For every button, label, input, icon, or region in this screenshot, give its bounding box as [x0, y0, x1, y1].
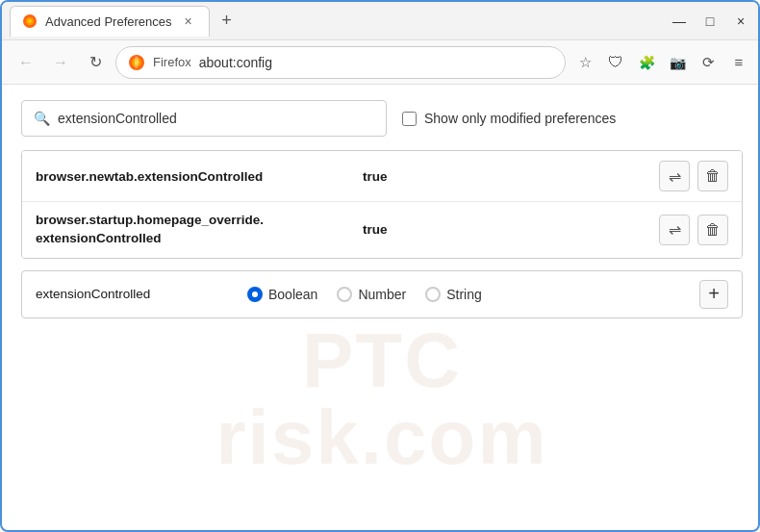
delete-icon-1: 🗑 — [705, 167, 721, 185]
preferences-table: browser.newtab.extensionControlled true … — [21, 150, 743, 259]
table-row: browser.newtab.extensionControlled true … — [22, 151, 742, 202]
table-row: browser.startup.homepage_override. exten… — [22, 202, 742, 258]
extension-button[interactable]: 🧩 — [633, 49, 660, 76]
pref-value-2: true — [363, 222, 659, 237]
tab-favicon — [22, 13, 38, 29]
boolean-radio-option[interactable]: Boolean — [247, 287, 317, 302]
forward-icon: → — [53, 54, 68, 71]
browser-name-label: Firefox — [153, 55, 191, 69]
window-controls: — □ × — [666, 8, 754, 35]
reload-button[interactable]: ↻ — [81, 48, 110, 77]
string-label: String — [446, 287, 482, 302]
pref-name-line1: browser.startup.homepage_override. — [36, 213, 264, 227]
new-tab-button[interactable]: + — [214, 8, 241, 35]
number-radio-option[interactable]: Number — [337, 287, 406, 302]
watermark-line2: risk.com — [2, 399, 760, 476]
new-preference-row: extensionControlled Boolean Number Strin… — [21, 270, 743, 318]
pref-actions-2: ⇌ 🗑 — [659, 215, 728, 245]
pref-value-1: true — [363, 169, 659, 184]
add-preference-button[interactable]: + — [699, 280, 728, 309]
toggle-icon-1: ⇌ — [669, 167, 681, 186]
add-icon: + — [708, 283, 720, 305]
pref-name-1: browser.newtab.extensionControlled — [36, 169, 363, 184]
type-options: Boolean Number String — [247, 287, 680, 302]
search-input-wrap[interactable]: 🔍 — [21, 100, 387, 137]
string-radio-option[interactable]: String — [425, 287, 482, 302]
nav-icons: ☆ 🛡 🧩 📷 ⟳ ≡ — [571, 49, 752, 76]
minimize-button[interactable]: — — [666, 8, 693, 35]
boolean-radio-circle[interactable] — [247, 287, 263, 302]
screenshot-icon: 📷 — [670, 55, 686, 70]
tab-bar: Advanced Preferences × + — [10, 6, 658, 37]
main-content: 🔍 Show only modified preferences browser… — [2, 85, 760, 334]
number-label: Number — [358, 287, 406, 302]
maximize-button[interactable]: □ — [697, 8, 723, 35]
boolean-label: Boolean — [268, 287, 317, 302]
delete-button-1[interactable]: 🗑 — [697, 161, 728, 191]
toggle-icon-2: ⇌ — [669, 220, 681, 239]
watermark: PTC risk.com — [2, 322, 760, 476]
watermark-line1: PTC — [2, 322, 760, 399]
delete-button-2[interactable]: 🗑 — [697, 215, 728, 245]
menu-button[interactable]: ≡ — [725, 49, 752, 76]
delete-icon-2: 🗑 — [705, 221, 721, 239]
back-icon: ← — [18, 54, 34, 71]
shield-button[interactable]: 🛡 — [602, 49, 629, 76]
search-icon: 🔍 — [34, 111, 50, 126]
screenshot-button[interactable]: 📷 — [664, 49, 691, 76]
svg-point-2 — [28, 19, 32, 23]
search-container: 🔍 Show only modified preferences — [21, 100, 743, 137]
pref-name-line2: extensionControlled — [36, 231, 162, 245]
reload-icon: ↻ — [89, 53, 102, 71]
address-bar[interactable]: Firefox about:config — [115, 46, 566, 79]
modified-prefs-label: Show only modified preferences — [424, 111, 616, 126]
menu-icon: ≡ — [735, 54, 744, 70]
extension-icon: 🧩 — [639, 55, 655, 70]
url-display[interactable]: about:config — [199, 55, 553, 70]
active-tab[interactable]: Advanced Preferences × — [10, 6, 210, 37]
bookmark-icon: ☆ — [579, 54, 592, 71]
search-input[interactable] — [58, 111, 374, 126]
close-button[interactable]: × — [727, 8, 754, 35]
forward-button[interactable]: → — [46, 48, 75, 77]
modified-prefs-checkbox[interactable] — [402, 112, 417, 126]
sync-button[interactable]: ⟳ — [695, 49, 722, 76]
title-bar: Advanced Preferences × + — □ × — [2, 2, 760, 40]
bookmark-button[interactable]: ☆ — [571, 49, 598, 76]
tab-title: Advanced Preferences — [45, 14, 172, 29]
firefox-logo-icon — [128, 54, 145, 71]
string-radio-circle[interactable] — [425, 287, 441, 302]
pref-name-2: browser.startup.homepage_override. exten… — [36, 212, 363, 248]
shield-icon: 🛡 — [608, 54, 623, 71]
nav-bar: ← → ↻ Firefox about:config ☆ 🛡 — [2, 40, 760, 85]
toggle-button-2[interactable]: ⇌ — [659, 215, 690, 245]
toggle-button-1[interactable]: ⇌ — [659, 161, 690, 191]
new-pref-name: extensionControlled — [36, 287, 228, 301]
tab-close-button[interactable]: × — [180, 13, 197, 30]
back-button[interactable]: ← — [12, 48, 40, 77]
pref-actions-1: ⇌ 🗑 — [659, 161, 728, 191]
number-radio-circle[interactable] — [337, 287, 352, 302]
modified-prefs-checkbox-label[interactable]: Show only modified preferences — [402, 111, 616, 126]
sync-icon: ⟳ — [702, 54, 715, 71]
